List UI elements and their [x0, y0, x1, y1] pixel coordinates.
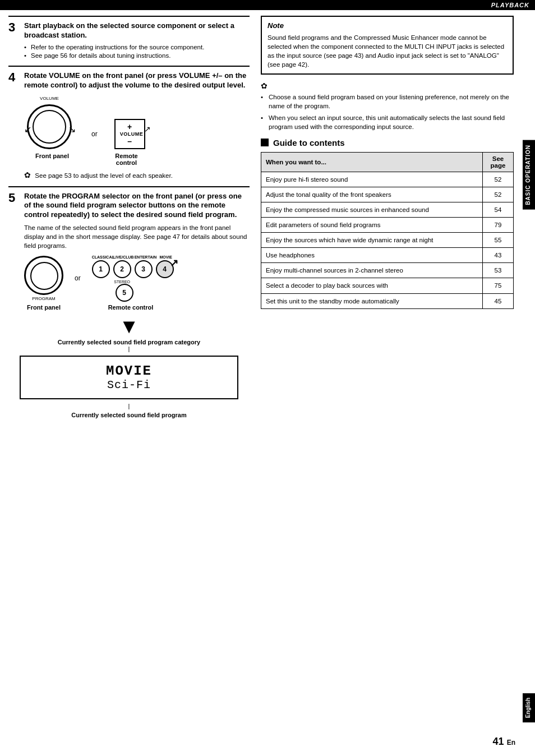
guide-table-row: Enjoy the sources which have wide dynami… — [261, 233, 514, 248]
right-tip-bullet-2: When you select an input source, this un… — [261, 113, 514, 131]
remote-vol-box: + VOLUME – ↗ — [114, 119, 145, 149]
guide-table-row: Set this unit to the standby mode automa… — [261, 293, 514, 308]
guide-table-row: Select a decoder to play back sources wi… — [261, 278, 514, 293]
front-panel-label-vol: Front panel — [27, 153, 77, 166]
or-text-prog: or — [75, 274, 81, 282]
guide-header: Guide to contents — [261, 138, 514, 147]
step-5-number: 5 — [8, 192, 20, 220]
prog-top-labels: CLASSICAL LIVE/CLUB ENTERTAIN MOVIE — [92, 255, 176, 259]
display-box: MOVIE Sci-Fi — [20, 356, 238, 399]
page-number: 41 En — [493, 736, 515, 748]
prog-btn-1[interactable]: 1 — [92, 260, 110, 278]
prog-stereo-label: STEREO — [112, 280, 132, 284]
guide-row-1-page: 52 — [483, 187, 514, 202]
knob-container: ↙ ↘ — [24, 104, 75, 149]
remote-control-label-vol: Remote control — [111, 153, 142, 166]
guide-row-6-page: 53 — [483, 263, 514, 278]
prog-label-entertain: ENTERTAIN — [135, 255, 155, 259]
guide-table-header-row: When you want to... Seepage — [261, 152, 514, 172]
step-4-header: 4 Rotate VOLUME on the front panel (or p… — [8, 71, 250, 90]
currently-selected-category-label: Currently selected sound field program c… — [8, 339, 250, 345]
prog-knob-inner — [30, 262, 58, 290]
prog-btn-5[interactable]: 5 — [116, 284, 133, 302]
prog-btn-2[interactable]: 2 — [113, 260, 131, 278]
step-3-title: Start playback on the selected source co… — [24, 21, 250, 40]
front-panel-vol: VOLUME ↙ ↘ — [24, 96, 75, 149]
display-arrow-top: | — [8, 345, 250, 352]
step-5-body: The name of the selected sound field pro… — [24, 223, 250, 250]
right-tip-icon: ✿ — [261, 81, 268, 90]
guide-row-5-page: 43 — [483, 248, 514, 263]
side-tab-basic-operation: BASIC OPERATION — [523, 140, 535, 210]
prog-btn-row: 1 2 3 4 ↗ — [92, 260, 176, 278]
remote-vol-label: VOLUME — [120, 131, 140, 137]
guide-title: Guide to contents — [273, 138, 345, 147]
prog-knob-container: PROGRAM — [24, 256, 63, 301]
guide-row-8-page: 45 — [483, 293, 514, 308]
step-5-title: Rotate the PROGRAM selector on the front… — [24, 192, 250, 220]
prog-knob — [24, 256, 63, 295]
prog-stereo-row: STEREO — [92, 280, 176, 284]
guide-row-5-when: Use headphones — [261, 248, 483, 263]
step-3-number: 3 — [8, 21, 20, 40]
guide-square-icon — [261, 139, 269, 146]
guide-row-4-page: 55 — [483, 233, 514, 248]
note-title: Note — [268, 21, 507, 30]
program-diagram: PROGRAM or CLASSICAL LIVE/CLUB ENTERTAIN… — [24, 255, 234, 302]
guide-row-7-page: 75 — [483, 278, 514, 293]
or-text-vol: or — [91, 130, 98, 138]
diagram-labels-vol: Front panel Remote control — [24, 153, 234, 166]
display-line2: Sci-Fi — [26, 379, 232, 391]
right-tip: ✿ Choose a sound field program based on … — [261, 81, 514, 131]
guide-table-row: Enjoy pure hi-fi stereo sound52 — [261, 172, 514, 187]
step-5: 5 Rotate the PROGRAM selector on the fro… — [8, 186, 250, 418]
knob-inner — [33, 110, 66, 144]
note-text: Sound field programs and the Compressed … — [268, 33, 507, 69]
step-3-header: 3 Start playback on the selected source … — [8, 21, 250, 40]
guide-row-8-when: Set this unit to the standby mode automa… — [261, 293, 483, 308]
remote-vol-minus: – — [120, 137, 140, 146]
main-content: 3 Start playback on the selected source … — [0, 10, 535, 431]
knob-arrow-left: ↙ — [24, 124, 31, 135]
guide-table-header-when: When you want to... — [261, 152, 483, 172]
guide-table-row: Enjoy the compressed music sources in en… — [261, 202, 514, 217]
prog-btn-3[interactable]: 3 — [135, 260, 153, 278]
knob-arrow-right: ↘ — [68, 124, 76, 135]
note-box: Note Sound field programs and the Compre… — [261, 16, 514, 75]
front-panel-label-prog: Front panel — [24, 304, 63, 311]
volume-diagram: VOLUME ↙ ↘ or + VOLUME — [24, 96, 234, 149]
header-bar: PLAYBACK — [0, 0, 535, 10]
guide-row-0-when: Enjoy pure hi-fi stereo sound — [261, 172, 483, 187]
left-column: 3 Start playback on the selected source … — [8, 16, 250, 425]
step-3-bullet-2: See page 56 for details about tuning ins… — [24, 52, 250, 59]
right-tip-bullets: Choose a sound field program based on yo… — [261, 93, 514, 131]
step-4-title: Rotate VOLUME on the front panel (or pre… — [24, 71, 250, 90]
step-3: 3 Start playback on the selected source … — [8, 16, 250, 59]
arrow-down-section: ▼ — [8, 316, 250, 336]
prog-btn-4[interactable]: 4 ↗ — [156, 260, 174, 278]
guide-table-row: Edit parameters of sound field programs7… — [261, 218, 514, 233]
guide-row-6-when: Enjoy multi-channel sources in 2-channel… — [261, 263, 483, 278]
tip-icon-vol: ✿ — [24, 170, 31, 179]
guide-table-row: Adjust the tonal quality of the front sp… — [261, 187, 514, 202]
guide-row-3-page: 79 — [483, 218, 514, 233]
guide-row-2-when: Enjoy the compressed music sources in en… — [261, 202, 483, 217]
vol-label-small: VOLUME — [40, 96, 59, 101]
right-tip-bullet-1: Choose a sound field program based on yo… — [261, 93, 514, 110]
guide-table: When you want to... Seepage Enjoy pure h… — [261, 152, 514, 309]
guide-row-0-page: 52 — [483, 172, 514, 187]
step-3-bullets: Refer to the operating instructions for … — [24, 44, 250, 59]
guide-row-1-when: Adjust the tonal quality of the front sp… — [261, 187, 483, 202]
arrow-down-icon: ▼ — [8, 316, 250, 336]
prog-buttons-container: CLASSICAL LIVE/CLUB ENTERTAIN MOVIE 1 2 … — [92, 255, 176, 302]
remote-vol: + VOLUME – ↗ — [114, 119, 145, 149]
header-title: PLAYBACK — [491, 2, 529, 8]
guide-table-body: Enjoy pure hi-fi stereo sound52Adjust th… — [261, 172, 514, 308]
prog-label-classical: CLASSICAL — [92, 255, 112, 259]
guide-section: Guide to contents When you want to... Se… — [261, 138, 514, 309]
guide-row-7-when: Select a decoder to play back sources wi… — [261, 278, 483, 293]
guide-table-header-page: Seepage — [483, 152, 514, 172]
prog-label-liveclub: LIVE/CLUB — [113, 255, 133, 259]
display-arrow-bottom: | — [8, 403, 250, 409]
remote-control-label-prog: Remote control — [97, 304, 164, 311]
